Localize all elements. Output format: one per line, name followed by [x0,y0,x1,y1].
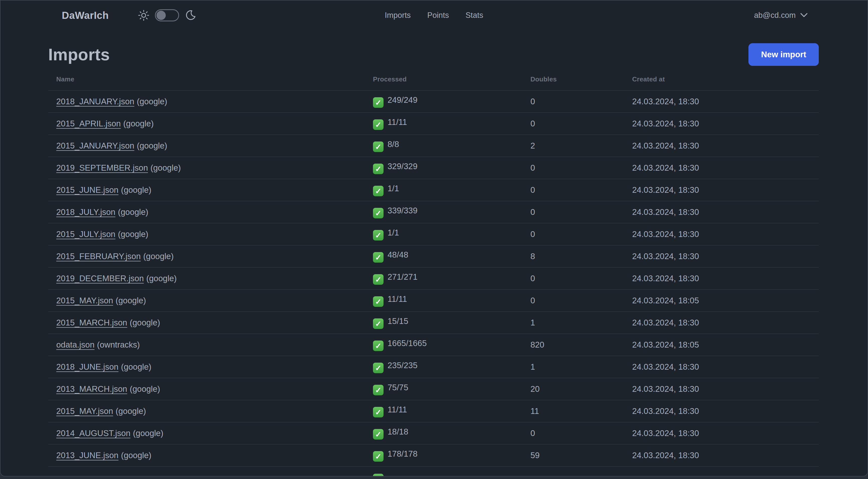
imports-page: Imports New import Name Processed Double… [0,30,868,467]
processed-count: 11/11 [388,294,407,304]
doubles-cell: 20 [522,378,624,400]
import-file-link[interactable]: 2018_JULY.json [56,207,115,217]
created-at-cell: 24.03.2024, 18:30 [624,245,819,267]
import-file-link[interactable]: 2015_MARCH.json [56,318,127,327]
processed-count: 11/11 [388,117,407,127]
processed-cell: 48/48 [365,245,522,267]
check-icon [373,451,383,462]
table-row: odata.json(owntracks) 1665/1665 820 24.0… [48,334,819,356]
processed-count: 1/1 [388,184,399,193]
name-cell: 2013_JUNE.json(google) [48,444,365,467]
processed-count: 235/235 [388,361,417,370]
created-at-cell: 24.03.2024, 18:05 [624,290,819,311]
processed-cell: 11/11 [365,113,522,135]
import-file-link[interactable]: 2015_JUNE.json [56,185,119,194]
table-row: 2013_JUNE.json(google) 178/178 59 24.03.… [48,444,819,467]
table-row: 2014_AUGUST.json(google) 18/18 0 24.03.2… [48,422,819,444]
import-file-link[interactable]: 2015_JANUARY.json [56,141,134,150]
created-at-cell: 24.03.2024, 18:30 [624,201,819,223]
import-file-link[interactable]: odata.json [56,340,94,349]
processed-count: 11/11 [388,405,407,414]
doubles-cell: 0 [522,267,624,290]
import-file-link[interactable]: 2019_DECEMBER.json [56,274,144,283]
import-file-link[interactable]: 2015_MAY.json [56,296,113,305]
name-cell: odata.json(owntracks) [48,334,365,356]
import-source: (google) [130,318,160,327]
col-header-doubles: Doubles [522,69,624,90]
clipped-next-row-check-icon [373,474,383,476]
check-icon [373,363,383,373]
processed-count: 178/178 [388,449,417,458]
import-source: (google) [116,407,146,416]
doubles-cell: 11 [522,400,624,422]
theme-toggle-switch[interactable] [155,9,179,21]
created-at-cell: 24.03.2024, 18:30 [624,400,819,422]
import-source: (google) [121,362,151,371]
processed-cell: 1/1 [365,179,522,201]
name-cell: 2019_DECEMBER.json(google) [48,267,365,290]
navbar: DaWarIch [0,0,868,30]
import-file-link[interactable]: 2015_FEBRUARY.json [56,251,141,261]
page-head: Imports New import [48,43,819,66]
doubles-cell: 0 [522,157,624,179]
app-logo[interactable]: DaWarIch [62,10,109,21]
processed-count: 75/75 [388,383,408,392]
import-file-link[interactable]: 2015_MAY.json [56,407,113,416]
processed-cell: 339/339 [365,201,522,223]
processed-count: 339/339 [388,206,417,215]
moon-icon [185,10,196,21]
processed-count: 1/1 [388,228,399,237]
user-menu[interactable]: ab@cd.com [754,11,808,20]
check-icon [373,163,383,174]
processed-cell: 18/18 [365,422,522,444]
import-source: (google) [147,274,177,283]
col-header-processed: Processed [365,69,522,90]
chevron-down-icon [800,13,808,18]
check-icon [373,385,383,395]
import-file-link[interactable]: 2019_SEPTEMBER.json [56,163,148,172]
check-icon [373,274,383,285]
import-file-link[interactable]: 2013_JUNE.json [56,451,119,460]
created-at-cell: 24.03.2024, 18:30 [624,90,819,113]
nav-link-stats[interactable]: Stats [465,11,483,20]
table-header-row: Name Processed Doubles Created at [48,69,819,90]
new-import-button[interactable]: New import [748,43,819,66]
processed-count: 8/8 [388,140,399,149]
name-cell: 2014_AUGUST.json(google) [48,422,365,444]
created-at-cell: 24.03.2024, 18:30 [624,135,819,157]
import-source: (google) [150,163,181,172]
toggle-knob [156,11,166,20]
processed-cell: 178/178 [365,444,522,467]
nav-link-imports[interactable]: Imports [385,11,411,20]
table-row: 2015_MAY.json(google) 11/11 0 24.03.2024… [48,290,819,311]
import-file-link[interactable]: 2018_JUNE.json [56,362,119,371]
nav-link-points[interactable]: Points [427,11,449,20]
import-file-link[interactable]: 2018_JANUARY.json [56,97,134,106]
created-at-cell: 24.03.2024, 18:30 [624,444,819,467]
table-row: 2019_SEPTEMBER.json(google) 329/329 0 24… [48,157,819,179]
import-source: (google) [133,428,163,438]
import-file-link[interactable]: 2015_JULY.json [56,230,115,239]
table-row: 2015_MARCH.json(google) 15/15 1 24.03.20… [48,311,819,334]
doubles-cell: 1 [522,356,624,378]
check-icon [373,296,383,307]
check-icon [373,340,383,351]
doubles-cell: 0 [522,179,624,201]
processed-count: 48/48 [388,250,408,259]
doubles-cell: 0 [522,90,624,113]
table-row: 2015_MAY.json(google) 11/11 11 24.03.202… [48,400,819,422]
name-cell: 2018_JUNE.json(google) [48,356,365,378]
created-at-cell: 24.03.2024, 18:30 [624,267,819,290]
table-row: 2015_APRIL.json(google) 11/11 0 24.03.20… [48,113,819,135]
doubles-cell: 0 [522,223,624,245]
import-source: (google) [116,296,146,305]
import-file-link[interactable]: 2014_AUGUST.json [56,428,130,438]
processed-cell: 271/271 [365,267,522,290]
import-file-link[interactable]: 2013_MARCH.json [56,384,127,394]
import-file-link[interactable]: 2015_APRIL.json [56,119,121,128]
doubles-cell: 0 [522,201,624,223]
import-source: (google) [143,251,174,261]
processed-cell: 1665/1665 [365,334,522,356]
name-cell: 2013_MARCH.json(google) [48,378,365,400]
check-icon [373,230,383,240]
